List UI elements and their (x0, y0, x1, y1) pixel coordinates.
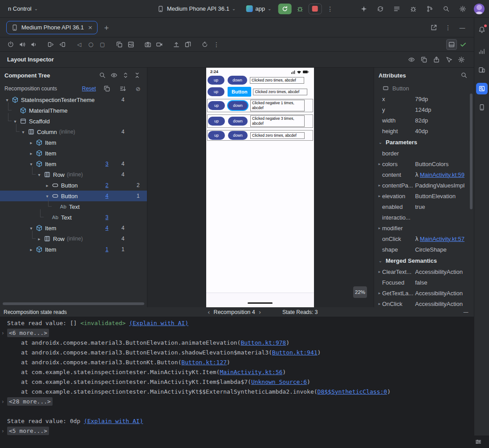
expand-all-button[interactable] (120, 70, 131, 81)
console-link[interactable]: (Explain with AI) (129, 320, 188, 326)
recomposition-count-link[interactable]: 1 (102, 246, 111, 253)
console-link[interactable]: MainActivity.kt:56 (220, 369, 282, 375)
recomposition-count-link[interactable]: 3 (102, 214, 111, 220)
console-link[interactable]: Button.kt:978 (240, 339, 286, 346)
home-indicator[interactable] (248, 302, 273, 304)
inspector-settings-button[interactable] (456, 54, 467, 65)
volume-up-button[interactable] (17, 39, 28, 50)
up-button[interactable]: up (208, 76, 224, 85)
close-tab-icon[interactable]: × (88, 24, 93, 31)
recomposition-count-link[interactable]: 3 (102, 161, 111, 167)
fold-chevron-icon[interactable]: › (2, 328, 6, 338)
chevron-right-icon[interactable]: ▸ (28, 151, 35, 156)
upload-button[interactable] (171, 39, 182, 50)
tree-node-item-14[interactable]: ▸Item11 (0, 244, 147, 255)
collapse-all-button[interactable] (132, 70, 143, 81)
chevron-right-icon[interactable]: ▸ (377, 291, 382, 295)
tree-search-button[interactable] (97, 70, 108, 81)
window-stack-button[interactable] (114, 39, 125, 50)
recomposition-count-link[interactable]: 2 (102, 182, 111, 188)
child-count-column-icon[interactable] (118, 85, 127, 92)
skip-count-column-icon[interactable]: ⊘ (134, 86, 143, 92)
tab-more-options-button[interactable]: ⋮ (443, 22, 453, 33)
chevron-right-icon[interactable]: ▸ (377, 301, 382, 306)
tree-node-button-9[interactable]: ▾Button41 (0, 191, 147, 201)
console-link[interactable]: D8$$SyntheticClass:0 (318, 388, 387, 395)
chevron-right-icon[interactable]: ▸ (377, 183, 382, 187)
stop-button[interactable] (308, 4, 322, 14)
chevron-down-icon[interactable]: ▾ (12, 119, 19, 124)
tree-visibility-button[interactable] (109, 70, 119, 81)
chevron-down-icon[interactable]: ▾ (20, 130, 27, 134)
tree-node-row-13[interactable]: ▸Row(inline)4 (0, 233, 147, 244)
tree-node-stateinspectiontestertheme-0[interactable]: ▾StateInspectionTesterTheme4 (0, 94, 147, 105)
tree-node-text-10[interactable]: AbText (0, 201, 147, 212)
fold-chevron-icon[interactable]: › (2, 426, 6, 436)
todo-list-button[interactable] (391, 4, 402, 14)
up-button[interactable]: up (208, 131, 225, 140)
tree-horizontal-scrollbar[interactable] (3, 302, 144, 305)
unfold-device-button[interactable] (57, 39, 68, 50)
sync-project-button[interactable] (375, 4, 386, 14)
attributes-section-merged-semantics[interactable]: ⌄Merged Semantics (374, 255, 474, 266)
chevron-right-icon[interactable]: ▸ (44, 183, 51, 188)
settings-button[interactable] (457, 4, 468, 14)
recomposition-count-link[interactable]: 4 (102, 225, 111, 231)
device-screen[interactable]: 2:24 updownClicked zero times, abcdefupB… (206, 68, 314, 307)
export-button[interactable] (431, 54, 442, 65)
profiler-tool-button[interactable] (474, 44, 489, 59)
chevron-down-icon[interactable]: ▾ (28, 226, 35, 231)
chevron-down-icon[interactable]: ▾ (4, 98, 11, 102)
collapsed-frames[interactable]: <5 more...> (7, 427, 49, 435)
search-everywhere-button[interactable] (441, 4, 452, 14)
volume-down-button[interactable] (29, 39, 39, 50)
new-tab-button[interactable]: + (101, 22, 112, 33)
tree-node-column-3[interactable]: ▾Column(inline)4 (0, 126, 147, 137)
console-settings-button[interactable] (473, 436, 484, 447)
tree-node-item-6[interactable]: ▾Item34 (0, 159, 147, 169)
recomposition-count-link[interactable]: 4 (102, 193, 111, 199)
power-button[interactable] (5, 39, 16, 50)
device-manager-tool-button[interactable] (474, 62, 489, 77)
tree-node-item-5[interactable]: ▸Item (0, 148, 147, 159)
device-more-options-button[interactable]: ⋮ (211, 39, 222, 50)
tree-node-scaffold-2[interactable]: ▾Scaffold (0, 116, 147, 126)
open-in-new-window-button[interactable] (428, 22, 439, 33)
tree-node-materialtheme-1[interactable]: MaterialTheme (0, 105, 147, 116)
screenshot-button[interactable] (126, 39, 136, 50)
camera-button[interactable] (143, 39, 153, 50)
android-back-button[interactable]: ◁ (74, 39, 85, 50)
run-more-options-button[interactable]: ⋮ (325, 4, 335, 14)
chevron-right-icon[interactable]: ▸ (377, 269, 382, 274)
screen-record-button[interactable] (154, 39, 165, 50)
attributes-section-parameters[interactable]: ⌄Parameters (374, 136, 474, 148)
chevron-right-icon[interactable]: ▸ (28, 140, 35, 145)
chevron-right-icon[interactable]: ▸ (28, 247, 35, 252)
tree-node-text-11[interactable]: AbText3 (0, 212, 147, 223)
collapsed-frames[interactable]: <28 more...> (7, 397, 53, 406)
run-config-selector[interactable]: app ⌄ (242, 3, 275, 15)
down-button[interactable]: down (228, 101, 248, 110)
chevron-down-icon[interactable]: ▾ (36, 172, 43, 177)
up-button[interactable]: up (208, 101, 225, 110)
snapshot-button[interactable] (419, 54, 429, 65)
console-link[interactable]: Button.kt:941 (272, 349, 318, 356)
apply-check-button[interactable] (458, 39, 469, 50)
chevron-right-icon[interactable]: ▸ (377, 226, 382, 230)
vcs-branch-button[interactable] (424, 4, 435, 14)
gemini-button[interactable] (359, 4, 369, 14)
chevron-down-icon[interactable]: ▾ (44, 194, 51, 199)
tree-node-item-12[interactable]: ▾Item44 (0, 223, 147, 233)
reset-counts-link[interactable]: Reset (82, 86, 96, 92)
attribute-value-link[interactable]: MainActivity.kt:59 (420, 171, 465, 178)
recomposition-count-column-icon[interactable] (102, 85, 111, 92)
hide-console-button[interactable]: — (463, 309, 469, 315)
zoom-level-badge[interactable]: 22% (353, 286, 367, 298)
live-updates-button[interactable] (406, 54, 417, 65)
running-devices-tool-button[interactable] (474, 100, 489, 115)
collapsed-frames[interactable]: <6 more...> (7, 329, 49, 337)
tab-medium-phone[interactable]: Medium Phone API 36.1 × (6, 21, 98, 34)
up-button[interactable]: up (208, 87, 224, 96)
up-button[interactable]: up (208, 117, 225, 126)
chevron-right-icon[interactable]: ▸ (377, 194, 382, 198)
